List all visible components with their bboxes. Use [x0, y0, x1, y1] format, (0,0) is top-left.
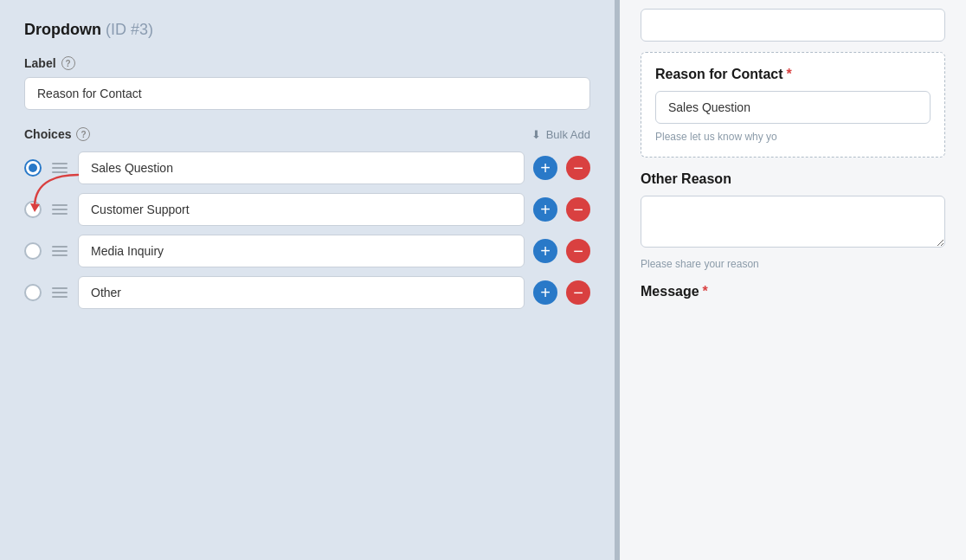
choice-add-4[interactable]: + — [533, 280, 557, 305]
reason-hint: Please let us know why yo — [655, 131, 931, 143]
message-label: Message * — [641, 284, 945, 299]
drag-handle-3[interactable] — [50, 244, 69, 258]
label-row: Label ? — [24, 56, 590, 70]
plus-icon: + — [540, 201, 551, 218]
choices-header: Choices ? ⬇ Bulk Add — [24, 127, 590, 141]
other-reason-section: Other Reason Please share your reason — [641, 171, 945, 270]
message-section: Message * — [641, 284, 945, 299]
minus-icon: − — [573, 159, 583, 177]
choices-left: Choices ? — [24, 127, 90, 141]
right-top-input[interactable] — [641, 9, 945, 42]
required-star: * — [787, 67, 792, 82]
label-help-icon[interactable]: ? — [61, 56, 75, 70]
reason-select[interactable]: Sales Question Customer Support Media In… — [655, 91, 931, 124]
plus-icon: + — [540, 284, 551, 301]
minus-icon: − — [573, 201, 583, 218]
choice-row: + − — [24, 235, 590, 267]
panel-id-label: (ID #3) — [106, 21, 153, 38]
download-icon: ⬇ — [531, 128, 541, 141]
right-panel: Reason for Contact * Sales Question Cust… — [620, 0, 966, 560]
bulk-add-button[interactable]: ⬇ Bulk Add — [531, 128, 590, 141]
minus-icon: − — [573, 242, 583, 260]
minus-icon: − — [573, 284, 583, 301]
other-reason-input[interactable] — [641, 196, 945, 248]
choice-add-3[interactable]: + — [533, 239, 557, 263]
choice-add-1[interactable]: + — [533, 156, 557, 180]
choice-remove-2[interactable]: − — [566, 197, 590, 222]
choice-row: + − — [24, 151, 590, 184]
choice-row: + − — [24, 193, 590, 226]
reason-section-title: Reason for Contact * — [655, 67, 931, 82]
choice-input-3[interactable] — [78, 235, 525, 267]
choices-label: Choices — [24, 127, 71, 141]
drag-handle-1[interactable] — [50, 161, 69, 175]
plus-icon: + — [540, 242, 551, 260]
other-reason-label: Other Reason — [641, 171, 945, 187]
label-input[interactable] — [24, 77, 590, 110]
choice-remove-1[interactable]: − — [566, 156, 590, 180]
choice-remove-3[interactable]: − — [566, 239, 590, 263]
reason-section: Reason for Contact * Sales Question Cust… — [641, 52, 945, 158]
choices-help-icon[interactable]: ? — [76, 127, 90, 141]
label-text: Label — [24, 56, 56, 70]
message-required-star: * — [703, 284, 708, 299]
drag-handle-2[interactable] — [50, 203, 69, 216]
choices-list: + − + − — [24, 151, 590, 309]
choice-radio-2[interactable] — [24, 201, 42, 218]
choice-radio-3[interactable] — [24, 242, 42, 260]
panel-title-text: Dropdown — [24, 21, 101, 38]
bulk-add-label: Bulk Add — [546, 128, 590, 141]
choice-input-4[interactable] — [78, 276, 525, 309]
choice-remove-4[interactable]: − — [566, 280, 590, 305]
left-panel: Dropdown (ID #3) Label ? Choices ? ⬇ Bul… — [0, 0, 615, 560]
plus-icon: + — [540, 159, 551, 177]
choice-row: + − — [24, 276, 590, 309]
other-reason-hint: Please share your reason — [641, 258, 945, 270]
choice-radio-1[interactable] — [24, 159, 42, 177]
choice-radio-4[interactable] — [24, 284, 42, 301]
panel-title: Dropdown (ID #3) — [24, 21, 590, 39]
choice-input-2[interactable] — [78, 193, 525, 226]
drag-handle-4[interactable] — [50, 286, 69, 299]
choice-input-1[interactable] — [78, 151, 525, 184]
choice-add-2[interactable]: + — [533, 197, 557, 222]
